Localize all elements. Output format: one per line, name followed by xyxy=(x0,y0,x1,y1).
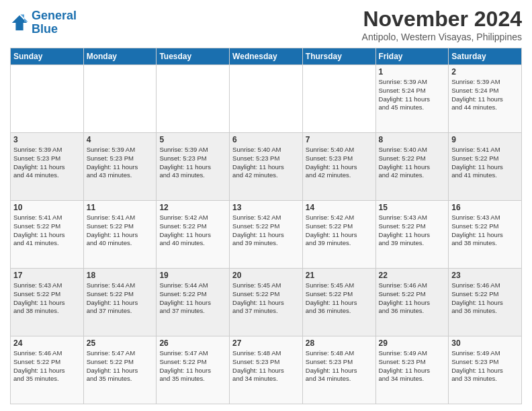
title-block: November 2024 Antipolo, Western Visayas,… xyxy=(362,7,522,42)
day-info: Sunrise: 5:40 AM Sunset: 5:22 PM Dayligh… xyxy=(379,146,446,180)
calendar-cell: 23Sunrise: 5:46 AM Sunset: 5:22 PM Dayli… xyxy=(449,269,522,336)
day-info: Sunrise: 5:39 AM Sunset: 5:23 PM Dayligh… xyxy=(13,146,81,180)
calendar-cell: 6Sunrise: 5:40 AM Sunset: 5:23 PM Daylig… xyxy=(230,133,303,201)
day-info: Sunrise: 5:43 AM Sunset: 5:22 PM Dayligh… xyxy=(451,214,519,248)
day-info: Sunrise: 5:39 AM Sunset: 5:23 PM Dayligh… xyxy=(87,146,154,180)
calendar-cell: 5Sunrise: 5:39 AM Sunset: 5:23 PM Daylig… xyxy=(157,133,230,201)
day-number: 27 xyxy=(232,338,300,348)
day-number: 21 xyxy=(306,271,373,280)
calendar-cell: 18Sunrise: 5:44 AM Sunset: 5:22 PM Dayli… xyxy=(83,269,157,336)
day-info: Sunrise: 5:39 AM Sunset: 5:23 PM Dayligh… xyxy=(159,146,226,180)
calendar-cell: 16Sunrise: 5:43 AM Sunset: 5:22 PM Dayli… xyxy=(449,201,522,269)
calendar-cell xyxy=(302,65,375,133)
day-info: Sunrise: 5:44 AM Sunset: 5:22 PM Dayligh… xyxy=(159,281,226,316)
calendar-cell xyxy=(230,65,303,133)
calendar-week-row: 17Sunrise: 5:43 AM Sunset: 5:22 PM Dayli… xyxy=(11,269,522,336)
logo: General Blue xyxy=(10,9,77,36)
day-info: Sunrise: 5:47 AM Sunset: 5:22 PM Dayligh… xyxy=(159,349,226,383)
calendar-cell: 19Sunrise: 5:44 AM Sunset: 5:22 PM Dayli… xyxy=(157,269,230,336)
day-number: 16 xyxy=(451,203,519,212)
day-number: 12 xyxy=(159,203,226,212)
calendar-cell: 20Sunrise: 5:45 AM Sunset: 5:22 PM Dayli… xyxy=(230,269,303,336)
day-info: Sunrise: 5:42 AM Sunset: 5:22 PM Dayligh… xyxy=(159,214,226,248)
day-info: Sunrise: 5:49 AM Sunset: 5:23 PM Dayligh… xyxy=(379,349,446,383)
day-number: 15 xyxy=(379,203,446,212)
day-info: Sunrise: 5:39 AM Sunset: 5:24 PM Dayligh… xyxy=(379,78,446,112)
day-number: 24 xyxy=(13,338,81,348)
day-number: 18 xyxy=(87,271,154,280)
calendar-cell: 4Sunrise: 5:39 AM Sunset: 5:23 PM Daylig… xyxy=(83,133,157,201)
month-title: November 2024 xyxy=(362,7,522,32)
day-info: Sunrise: 5:48 AM Sunset: 5:23 PM Dayligh… xyxy=(232,349,300,383)
weekday-header-cell: Monday xyxy=(83,48,157,65)
day-number: 4 xyxy=(87,135,154,144)
weekday-header-cell: Friday xyxy=(375,48,449,65)
day-info: Sunrise: 5:49 AM Sunset: 5:23 PM Dayligh… xyxy=(451,349,519,383)
weekday-header-cell: Thursday xyxy=(302,48,375,65)
logo-general: General xyxy=(32,9,77,22)
calendar-week-row: 10Sunrise: 5:41 AM Sunset: 5:22 PM Dayli… xyxy=(11,201,522,269)
calendar-week-row: 24Sunrise: 5:46 AM Sunset: 5:22 PM Dayli… xyxy=(11,336,522,404)
calendar-cell: 7Sunrise: 5:40 AM Sunset: 5:23 PM Daylig… xyxy=(302,133,375,201)
calendar-cell xyxy=(11,65,84,133)
day-info: Sunrise: 5:42 AM Sunset: 5:22 PM Dayligh… xyxy=(306,214,373,248)
weekday-header-row: SundayMondayTuesdayWednesdayThursdayFrid… xyxy=(11,48,522,65)
logo-blue: Blue xyxy=(32,22,58,36)
day-info: Sunrise: 5:45 AM Sunset: 5:22 PM Dayligh… xyxy=(306,281,373,316)
day-number: 14 xyxy=(306,203,373,212)
day-info: Sunrise: 5:41 AM Sunset: 5:22 PM Dayligh… xyxy=(451,146,519,180)
day-info: Sunrise: 5:42 AM Sunset: 5:22 PM Dayligh… xyxy=(232,214,300,248)
page: General Blue November 2024 Antipolo, Wes… xyxy=(0,0,532,411)
calendar-week-row: 3Sunrise: 5:39 AM Sunset: 5:23 PM Daylig… xyxy=(11,133,522,201)
day-info: Sunrise: 5:44 AM Sunset: 5:22 PM Dayligh… xyxy=(87,281,154,316)
day-number: 20 xyxy=(232,271,300,280)
day-number: 25 xyxy=(87,338,154,348)
day-number: 10 xyxy=(13,203,81,212)
day-number: 28 xyxy=(306,338,373,348)
calendar-cell: 21Sunrise: 5:45 AM Sunset: 5:22 PM Dayli… xyxy=(302,269,375,336)
day-info: Sunrise: 5:41 AM Sunset: 5:22 PM Dayligh… xyxy=(13,214,81,248)
day-info: Sunrise: 5:46 AM Sunset: 5:22 PM Dayligh… xyxy=(13,349,81,383)
day-number: 22 xyxy=(379,271,446,280)
weekday-header-cell: Tuesday xyxy=(157,48,230,65)
day-info: Sunrise: 5:43 AM Sunset: 5:22 PM Dayligh… xyxy=(379,214,446,248)
weekday-header-cell: Saturday xyxy=(449,48,522,65)
day-info: Sunrise: 5:41 AM Sunset: 5:22 PM Dayligh… xyxy=(87,214,154,248)
svg-marker-0 xyxy=(12,15,27,30)
calendar-cell: 10Sunrise: 5:41 AM Sunset: 5:22 PM Dayli… xyxy=(11,201,84,269)
calendar-cell: 11Sunrise: 5:41 AM Sunset: 5:22 PM Dayli… xyxy=(83,201,157,269)
calendar-cell: 12Sunrise: 5:42 AM Sunset: 5:22 PM Dayli… xyxy=(157,201,230,269)
day-info: Sunrise: 5:40 AM Sunset: 5:23 PM Dayligh… xyxy=(232,146,300,180)
day-info: Sunrise: 5:46 AM Sunset: 5:22 PM Dayligh… xyxy=(379,281,446,316)
calendar-cell: 27Sunrise: 5:48 AM Sunset: 5:23 PM Dayli… xyxy=(230,336,303,404)
calendar-cell: 26Sunrise: 5:47 AM Sunset: 5:22 PM Dayli… xyxy=(157,336,230,404)
weekday-header-cell: Wednesday xyxy=(230,48,303,65)
weekday-header-cell: Sunday xyxy=(11,48,84,65)
day-number: 30 xyxy=(451,338,519,348)
day-number: 17 xyxy=(13,271,81,280)
location: Antipolo, Western Visayas, Philippines xyxy=(362,32,522,42)
calendar-cell: 28Sunrise: 5:48 AM Sunset: 5:23 PM Dayli… xyxy=(302,336,375,404)
calendar-table: SundayMondayTuesdayWednesdayThursdayFrid… xyxy=(10,48,522,404)
calendar-cell: 8Sunrise: 5:40 AM Sunset: 5:22 PM Daylig… xyxy=(375,133,449,201)
calendar-cell: 2Sunrise: 5:39 AM Sunset: 5:24 PM Daylig… xyxy=(449,65,522,133)
day-number: 9 xyxy=(451,135,519,144)
day-number: 1 xyxy=(379,67,446,77)
calendar-cell: 30Sunrise: 5:49 AM Sunset: 5:23 PM Dayli… xyxy=(449,336,522,404)
day-number: 2 xyxy=(451,67,519,77)
day-number: 19 xyxy=(159,271,226,280)
day-number: 26 xyxy=(159,338,226,348)
calendar-cell: 14Sunrise: 5:42 AM Sunset: 5:22 PM Dayli… xyxy=(302,201,375,269)
calendar-cell: 17Sunrise: 5:43 AM Sunset: 5:22 PM Dayli… xyxy=(11,269,84,336)
day-info: Sunrise: 5:48 AM Sunset: 5:23 PM Dayligh… xyxy=(306,349,373,383)
calendar-body: 1Sunrise: 5:39 AM Sunset: 5:24 PM Daylig… xyxy=(11,65,522,404)
calendar-cell: 15Sunrise: 5:43 AM Sunset: 5:22 PM Dayli… xyxy=(375,201,449,269)
day-info: Sunrise: 5:39 AM Sunset: 5:24 PM Dayligh… xyxy=(451,78,519,112)
calendar-cell: 9Sunrise: 5:41 AM Sunset: 5:22 PM Daylig… xyxy=(449,133,522,201)
calendar-cell xyxy=(83,65,157,133)
calendar-cell: 24Sunrise: 5:46 AM Sunset: 5:22 PM Dayli… xyxy=(11,336,84,404)
day-number: 29 xyxy=(379,338,446,348)
day-info: Sunrise: 5:43 AM Sunset: 5:22 PM Dayligh… xyxy=(13,281,81,316)
calendar-cell: 3Sunrise: 5:39 AM Sunset: 5:23 PM Daylig… xyxy=(11,133,84,201)
day-number: 23 xyxy=(451,271,519,280)
